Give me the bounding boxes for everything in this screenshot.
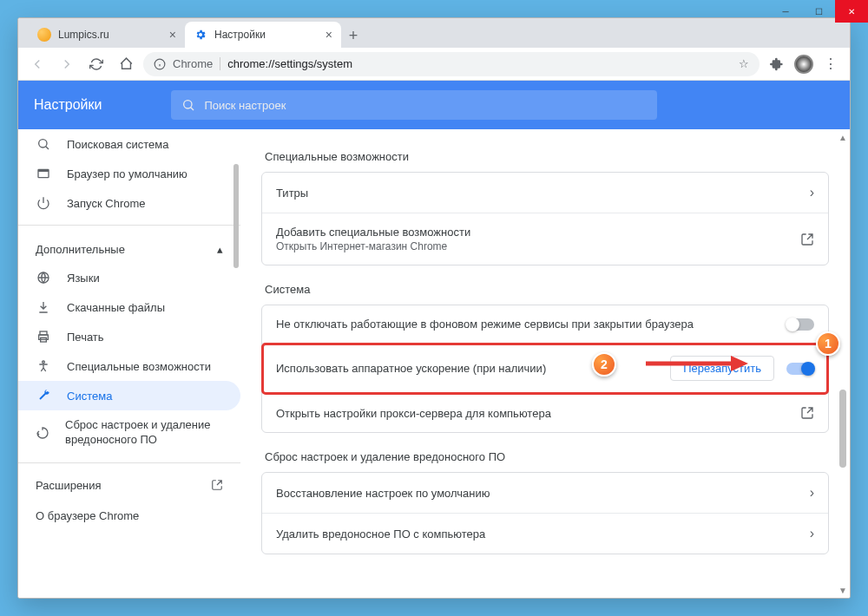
globe-icon <box>36 271 51 285</box>
svg-point-9 <box>43 361 45 364</box>
sidebar-item-label: Печать <box>67 331 104 344</box>
sidebar-about-link[interactable]: О браузере Chrome <box>18 501 240 531</box>
chevron-right-icon: › <box>810 526 814 541</box>
sidebar-extensions-link[interactable]: Расширения <box>18 470 240 501</box>
row-captions[interactable]: Титры › <box>262 173 828 213</box>
wrench-icon <box>36 389 51 403</box>
back-button[interactable] <box>25 52 49 76</box>
sidebar-item-reset[interactable]: Сброс настроек и удаление вредоносного П… <box>18 410 240 455</box>
power-icon <box>36 196 51 210</box>
row-label: Добавить специальные возможности <box>276 226 470 239</box>
bookmark-star-icon[interactable]: ☆ <box>739 57 749 70</box>
settings-body: Поисковая система Браузер по умолчанию З… <box>18 129 850 598</box>
download-icon <box>36 300 51 314</box>
row-add-accessibility[interactable]: Добавить специальные возможности Открыть… <box>262 213 828 265</box>
open-external-icon <box>211 479 223 491</box>
sidebar-item-system[interactable]: Система <box>18 381 240 410</box>
forward-button[interactable] <box>55 52 79 76</box>
tab-label: Настройки <box>214 29 266 41</box>
content-area: Настройки Поиск настроек Поисковая систе… <box>18 81 850 598</box>
open-external-icon <box>800 406 814 420</box>
sidebar-item-default-browser[interactable]: Браузер по умолчанию <box>18 159 240 188</box>
sidebar-item-label: Запуск Chrome <box>67 197 146 210</box>
annotation-arrow-icon <box>644 354 748 373</box>
tab-close-icon[interactable]: × <box>169 28 176 42</box>
printer-icon <box>36 330 51 344</box>
reset-icon <box>36 426 49 440</box>
close-button[interactable]: ✕ <box>835 17 851 23</box>
sidebar-link-label: О браузере Chrome <box>36 509 139 522</box>
sidebar-item-label: Сброс настроек и удаление вредоносного П… <box>65 418 223 448</box>
tab-lumpics[interactable]: Lumpics.ru × <box>29 22 185 48</box>
sidebar-divider <box>18 225 240 226</box>
home-button[interactable] <box>114 52 138 76</box>
maximize-button[interactable]: ☐ <box>802 17 835 23</box>
sidebar-item-accessibility[interactable]: Специальные возможности <box>18 351 240 381</box>
sidebar-item-on-startup[interactable]: Запуск Chrome <box>18 188 240 218</box>
menu-button[interactable]: ⋮ <box>819 52 843 76</box>
row-label: Удалить вредоносное ПО с компьютера <box>276 528 485 541</box>
sidebar-item-search-engine[interactable]: Поисковая система <box>18 129 240 159</box>
row-label: Открыть настройки прокси-сервера для ком… <box>276 407 551 420</box>
chevron-up-icon: ▴ <box>217 243 223 256</box>
profile-avatar[interactable] <box>794 55 813 74</box>
row-hardware-acceleration: Использовать аппаратное ускорение (при н… <box>262 344 828 394</box>
sidebar-item-label: Языки <box>67 272 100 285</box>
sidebar-link-label: Расширения <box>36 479 102 492</box>
sidebar-item-printing[interactable]: Печать <box>18 322 240 351</box>
search-icon <box>181 98 195 112</box>
system-card: Не отключать работающие в фоновом режиме… <box>261 305 829 433</box>
hardware-accel-toggle[interactable] <box>786 363 814 375</box>
sidebar-item-label: Браузер по умолчанию <box>67 167 187 180</box>
chevron-right-icon: › <box>810 185 814 200</box>
settings-favicon-icon <box>194 28 207 42</box>
sidebar-divider <box>18 462 240 463</box>
sidebar-item-languages[interactable]: Языки <box>18 263 240 292</box>
row-proxy-settings[interactable]: Открыть настройки прокси-сервера для ком… <box>262 394 828 432</box>
svg-marker-11 <box>731 356 748 371</box>
open-external-icon <box>800 233 814 246</box>
settings-header: Настройки Поиск настроек <box>18 81 850 129</box>
row-cleanup[interactable]: Удалить вредоносное ПО с компьютера › <box>262 514 828 554</box>
main-panel: ▲ Специальные возможности Титры › Добави… <box>240 129 850 598</box>
toolbar: Chrome chrome://settings/system ☆ ⋮ <box>18 48 850 81</box>
window-controls: ─ ☐ ✕ <box>769 17 851 23</box>
sidebar-item-label: Скачанные файлы <box>67 301 165 314</box>
row-restore-defaults[interactable]: Восстановление настроек по умолчанию › <box>262 473 828 514</box>
scroll-down-arrow-icon[interactable]: ▼ <box>838 586 847 594</box>
annotation-badge-1: 1 <box>816 331 840 356</box>
chrome-origin-label: Chrome <box>173 57 220 70</box>
row-background-apps: Не отключать работающие в фоновом режиме… <box>262 305 828 344</box>
browser-window: ─ ☐ ✕ Lumpics.ru × Настройки × + Chrome … <box>17 17 851 599</box>
tabstrip: Lumpics.ru × Настройки × + <box>18 18 850 48</box>
section-title-reset: Сброс настроек и удаление вредоносного П… <box>265 450 829 463</box>
minimize-button[interactable]: ─ <box>769 17 802 23</box>
url-text: chrome://settings/system <box>227 57 352 70</box>
browser-icon <box>36 167 51 180</box>
section-title-accessibility: Специальные возможности <box>265 150 829 163</box>
search-placeholder: Поиск настроек <box>204 99 286 112</box>
sidebar-scrollbar[interactable] <box>233 164 239 268</box>
reset-card: Восстановление настроек по умолчанию › У… <box>261 472 829 554</box>
sidebar-item-label: Система <box>67 390 112 403</box>
section-title-system: Система <box>265 283 829 296</box>
svg-rect-4 <box>38 169 49 172</box>
main-scrollbar[interactable] <box>839 390 846 468</box>
sidebar-item-downloads[interactable]: Скачанные файлы <box>18 292 240 322</box>
reload-button[interactable] <box>84 52 108 76</box>
tab-close-icon[interactable]: × <box>326 28 332 42</box>
address-bar[interactable]: Chrome chrome://settings/system ☆ <box>143 52 760 76</box>
scroll-up-arrow-icon[interactable]: ▲ <box>838 133 847 141</box>
sidebar-advanced-toggle[interactable]: Дополнительные▴ <box>18 233 240 263</box>
search-icon <box>36 137 51 151</box>
svg-point-1 <box>184 101 192 108</box>
extensions-button[interactable] <box>765 52 789 76</box>
background-apps-toggle[interactable] <box>786 318 814 331</box>
site-favicon-icon <box>37 28 51 42</box>
new-tab-button[interactable]: + <box>341 23 365 48</box>
sidebar-group-label: Дополнительные <box>36 243 125 256</box>
tab-settings[interactable]: Настройки × <box>185 22 341 48</box>
settings-search[interactable]: Поиск настроек <box>171 90 657 120</box>
sidebar-item-label: Специальные возможности <box>67 360 211 373</box>
accessibility-icon <box>36 359 51 373</box>
